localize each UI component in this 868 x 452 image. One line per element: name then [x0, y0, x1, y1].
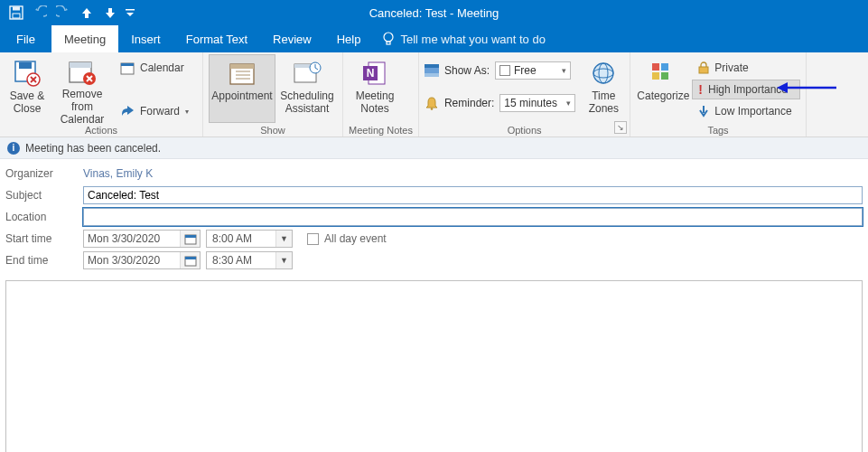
save-close-icon	[13, 59, 42, 88]
dropdown-arrow-icon: ▾	[562, 66, 566, 75]
subject-label: Subject	[5, 189, 78, 202]
qat-customize-icon[interactable]	[123, 2, 137, 24]
undo-icon[interactable]	[29, 2, 51, 24]
lock-icon	[698, 61, 709, 74]
start-date-value: Mon 3/30/2020	[84, 232, 180, 245]
free-swatch-icon	[499, 65, 510, 76]
forward-icon	[120, 104, 135, 118]
categorize-icon	[649, 59, 677, 88]
arrow-up-icon[interactable]	[76, 2, 98, 24]
end-date-input[interactable]: Mon 3/30/2020	[83, 251, 201, 269]
show-as-label: Show As:	[444, 64, 490, 77]
quick-access-toolbar	[0, 2, 137, 24]
tab-review[interactable]: Review	[260, 25, 324, 52]
dropdown-arrow-icon: ▾	[185, 108, 189, 116]
all-day-checkbox[interactable]: All day event	[307, 232, 387, 245]
svg-rect-28	[499, 66, 509, 76]
time-zones-button[interactable]: Time Zones	[583, 54, 624, 123]
svg-rect-15	[230, 64, 254, 69]
tell-me-search[interactable]: Tell me what you want to do	[373, 25, 545, 52]
scheduling-label: Scheduling Assistant	[280, 89, 334, 115]
svg-rect-10	[70, 62, 91, 68]
date-picker-icon[interactable]	[180, 231, 200, 247]
end-time-value: 8:30 AM	[207, 254, 275, 267]
private-button[interactable]: Private	[692, 58, 799, 78]
info-bar: i Meeting has been canceled.	[0, 137, 868, 159]
scheduling-icon	[293, 59, 322, 88]
svg-text:N: N	[367, 67, 375, 80]
high-importance-button[interactable]: ! High Importance	[692, 80, 799, 99]
svg-rect-42	[185, 257, 196, 259]
title-bar: Canceled: Test - Meeting	[0, 0, 868, 25]
appointment-button[interactable]: Appointment	[209, 54, 275, 123]
svg-rect-26	[425, 64, 439, 68]
tab-format-text[interactable]: Format Text	[173, 25, 260, 52]
end-time-input[interactable]: 8:30 AM ▼	[206, 251, 293, 269]
lightbulb-icon	[382, 32, 395, 46]
meeting-form: Organizer Vinas, Emily K Subject Locatio…	[0, 159, 868, 275]
organizer-value: Vinas, Emily K	[83, 167, 153, 180]
svg-rect-27	[425, 73, 439, 77]
svg-rect-3	[126, 9, 135, 11]
calendar-button[interactable]: Calendar	[116, 58, 197, 78]
low-importance-button[interactable]: Low Importance	[692, 101, 799, 121]
dropdown-arrow-icon[interactable]: ▼	[275, 231, 292, 247]
subject-input[interactable]	[83, 186, 863, 204]
end-time-label: End time	[5, 254, 78, 267]
end-date-value: Mon 3/30/2020	[84, 254, 180, 267]
date-picker-icon[interactable]	[180, 252, 200, 268]
show-as-combo[interactable]: Free ▾	[495, 61, 571, 80]
start-date-input[interactable]: Mon 3/30/2020	[83, 230, 201, 248]
time-zones-label: Time Zones	[585, 89, 621, 115]
start-time-input[interactable]: 8:00 AM ▼	[206, 230, 293, 248]
svg-point-30	[593, 63, 613, 83]
categorize-label: Categorize	[637, 89, 689, 102]
remove-from-calendar-button[interactable]: Remove from Calendar	[51, 54, 114, 123]
options-dialog-launcher[interactable]: ↘	[614, 121, 627, 134]
location-label: Location	[5, 211, 78, 223]
svg-rect-13	[121, 63, 134, 66]
group-actions: Save & Close Remove from Calendar Calend…	[0, 52, 203, 137]
redo-icon[interactable]	[52, 2, 74, 24]
private-label: Private	[714, 61, 748, 74]
group-tags-caption: Tags	[636, 123, 799, 138]
svg-rect-35	[652, 72, 659, 80]
group-show: Appointment Scheduling Assistant Show	[203, 52, 343, 137]
reminder-value: 15 minutes	[504, 97, 557, 109]
forward-label: Forward	[140, 105, 180, 118]
categorize-button[interactable]: Categorize	[636, 54, 690, 123]
info-bar-text: Meeting has been canceled.	[25, 142, 161, 155]
forward-button[interactable]: Forward ▾	[116, 101, 197, 121]
save-close-button[interactable]: Save & Close	[5, 54, 49, 123]
group-show-caption: Show	[209, 123, 337, 138]
high-importance-label: High Importance	[708, 83, 788, 96]
info-icon: i	[7, 142, 20, 155]
globe-icon	[589, 59, 618, 88]
tab-meeting[interactable]: Meeting	[51, 25, 118, 52]
group-options-caption: Options	[425, 123, 624, 138]
svg-rect-34	[661, 63, 668, 71]
scheduling-assistant-button[interactable]: Scheduling Assistant	[277, 54, 337, 123]
calendar-label: Calendar	[140, 61, 184, 74]
onenote-icon: N	[360, 59, 389, 88]
ribbon-tabs: File Meeting Insert Format Text Review H…	[0, 25, 868, 52]
dropdown-arrow-icon[interactable]: ▼	[275, 252, 292, 268]
appointment-label: Appointment	[211, 89, 272, 102]
tab-help[interactable]: Help	[324, 25, 374, 52]
low-importance-icon	[698, 105, 709, 118]
message-body[interactable]	[5, 280, 863, 452]
ribbon: Save & Close Remove from Calendar Calend…	[0, 52, 868, 137]
location-input[interactable]	[83, 208, 863, 226]
meeting-notes-button[interactable]: N Meeting Notes	[349, 54, 401, 123]
reminder-combo[interactable]: 15 minutes ▾	[499, 94, 575, 112]
dropdown-arrow-icon: ▾	[566, 99, 571, 108]
start-time-label: Start time	[5, 232, 78, 245]
svg-rect-2	[13, 14, 20, 18]
checkbox-box-icon	[307, 233, 319, 245]
svg-rect-5	[387, 42, 390, 44]
save-icon[interactable]	[5, 2, 27, 24]
show-as-value: Free	[514, 64, 537, 77]
tab-insert[interactable]: Insert	[118, 25, 173, 52]
tab-file[interactable]: File	[0, 25, 51, 52]
arrow-down-icon[interactable]	[99, 2, 121, 24]
